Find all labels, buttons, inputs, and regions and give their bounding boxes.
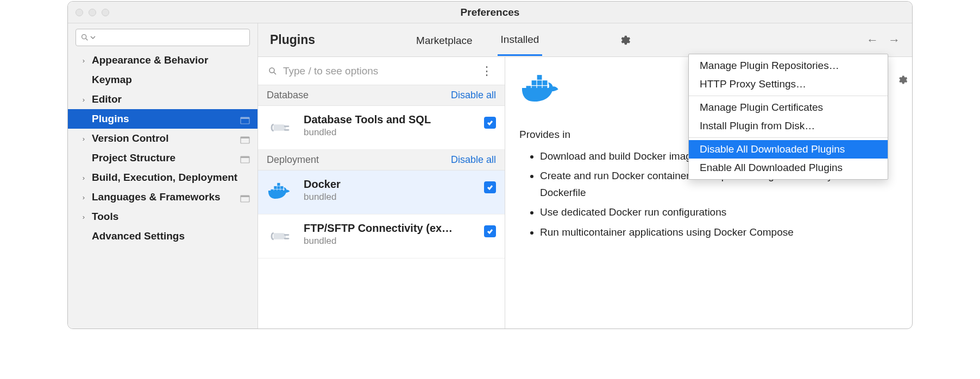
minimize-dot[interactable] (89, 9, 96, 16)
category-header: DeploymentDisable all (258, 150, 505, 170)
docker-icon (519, 67, 567, 115)
chevron-right-icon: › (80, 56, 87, 65)
category-name: Database (267, 90, 309, 101)
tab-installed[interactable]: Installed (498, 24, 543, 56)
sidebar-item-label: Plugins (92, 113, 240, 125)
project-badge-icon (240, 193, 250, 201)
svg-line-1 (86, 39, 87, 40)
tab-marketplace[interactable]: Marketplace (413, 25, 476, 55)
disable-all-link[interactable]: Disable all (451, 90, 496, 101)
sidebar-item-appearance-behavior[interactable]: ›Appearance & Behavior (68, 50, 257, 70)
plugin-subtitle: bundled (304, 127, 475, 138)
svg-rect-29 (537, 80, 542, 85)
plugin-name: Database Tools and SQL (304, 113, 475, 126)
feature-bullet: Run multicontainer applications using Do… (540, 224, 898, 241)
sidebar-item-label: Keymap (92, 74, 250, 86)
search-icon (80, 33, 89, 42)
nav-arrows: ← → (866, 33, 900, 47)
menu-item[interactable]: Manage Plugin Certificates (689, 98, 888, 117)
menu-separator (689, 137, 888, 138)
svg-rect-21 (277, 183, 280, 186)
svg-rect-18 (274, 186, 277, 189)
menu-item[interactable]: Enable All Downloaded Plugins (689, 159, 888, 177)
plugin-item[interactable]: Dockerbundled (258, 170, 505, 214)
svg-rect-13 (284, 129, 290, 131)
sidebar-item-version-control[interactable]: ›Version Control (68, 129, 257, 148)
back-arrow-icon[interactable]: ← (866, 33, 878, 47)
disable-all-link[interactable]: Disable all (451, 154, 496, 166)
sidebar-item-label: Appearance & Behavior (92, 54, 250, 66)
close-dot[interactable] (76, 9, 83, 16)
list-search[interactable]: ⋮ (258, 57, 505, 85)
detail-gear-icon[interactable] (897, 74, 908, 87)
window-title: Preferences (461, 7, 520, 18)
preferences-window: Preferences ›Appearance & BehaviorKeymap… (67, 1, 913, 329)
svg-rect-12 (284, 125, 290, 127)
list-search-input[interactable] (283, 65, 479, 77)
plug-icon (267, 113, 295, 142)
svg-rect-5 (241, 137, 249, 138)
sidebar-item-label: Editor (92, 93, 250, 105)
chevron-right-icon: › (80, 174, 87, 182)
chevron-right-icon: › (80, 135, 87, 143)
svg-rect-23 (284, 238, 290, 239)
sidebar-item-advanced-settings[interactable]: Advanced Settings (68, 226, 257, 246)
chevron-right-icon: › (80, 193, 87, 201)
sidebar-item-label: Build, Execution, Deployment (92, 172, 250, 184)
chevron-right-icon: › (80, 96, 87, 104)
menu-item[interactable]: Manage Plugin Repositories… (689, 56, 888, 75)
menu-item[interactable]: HTTP Proxy Settings… (689, 75, 888, 93)
svg-rect-30 (543, 80, 548, 85)
plugin-checkbox[interactable] (484, 117, 496, 129)
sidebar-item-label: Languages & Frameworks (92, 191, 240, 203)
gear-icon[interactable] (618, 34, 631, 47)
menu-item[interactable]: Install Plugin from Disk… (689, 117, 888, 135)
sidebar-item-keymap[interactable]: Keymap (68, 70, 257, 90)
svg-rect-22 (284, 234, 290, 236)
svg-rect-20 (280, 186, 283, 189)
plugin-checkbox[interactable] (484, 225, 496, 237)
kebab-icon[interactable]: ⋮ (479, 64, 495, 78)
plugin-item[interactable]: FTP/SFTP Connectivity (ex…bundled (258, 214, 505, 258)
chevron-right-icon: › (80, 213, 87, 221)
svg-point-0 (82, 35, 86, 39)
svg-rect-31 (537, 75, 542, 80)
svg-rect-3 (241, 117, 249, 119)
plugin-subtitle: bundled (304, 236, 475, 247)
svg-rect-28 (532, 80, 537, 85)
sidebar-item-project-structure[interactable]: Project Structure (68, 148, 257, 168)
plugin-list: ⋮ DatabaseDisable allDatabase Tools and … (258, 57, 505, 329)
forward-arrow-icon[interactable]: → (888, 33, 900, 47)
plugin-subtitle: bundled (304, 192, 475, 203)
project-badge-icon (240, 115, 250, 123)
sidebar-nav: ›Appearance & BehaviorKeymap›EditorPlugi… (68, 50, 257, 246)
project-badge-icon (240, 154, 250, 162)
docker-icon (267, 178, 295, 206)
plug-icon (267, 222, 295, 250)
search-icon (268, 66, 278, 76)
plugin-name: Docker (304, 178, 475, 191)
sidebar-item-label: Tools (92, 211, 250, 223)
sidebar-search[interactable] (76, 29, 250, 46)
sidebar-item-label: Project Structure (92, 152, 240, 164)
zoom-dot[interactable] (102, 9, 109, 16)
feature-bullet: Use dedicated Docker run configurations (540, 204, 898, 220)
plugin-item[interactable]: Database Tools and SQLbundled (258, 106, 505, 150)
sidebar-item-plugins[interactable]: Plugins (68, 109, 257, 129)
page-title: Plugins (270, 33, 315, 47)
svg-rect-19 (277, 186, 280, 189)
category-header: DatabaseDisable all (258, 85, 505, 106)
plugin-checkbox[interactable] (484, 181, 496, 193)
window-controls (76, 9, 109, 16)
sidebar: ›Appearance & BehaviorKeymap›EditorPlugi… (68, 23, 258, 329)
sidebar-item-build-execution-deployment[interactable]: ›Build, Execution, Deployment (68, 168, 257, 187)
sidebar-item-label: Advanced Settings (92, 230, 250, 242)
sidebar-item-tools[interactable]: ›Tools (68, 207, 257, 226)
sidebar-item-editor[interactable]: ›Editor (68, 90, 257, 109)
sidebar-item-languages-frameworks[interactable]: ›Languages & Frameworks (68, 187, 257, 207)
menu-separator (689, 96, 888, 96)
menu-item[interactable]: Disable All Downloaded Plugins (689, 140, 888, 159)
content-header: Plugins Marketplace Installed ← → (258, 23, 912, 57)
chevron-down-icon (90, 35, 96, 40)
titlebar: Preferences (68, 2, 912, 23)
